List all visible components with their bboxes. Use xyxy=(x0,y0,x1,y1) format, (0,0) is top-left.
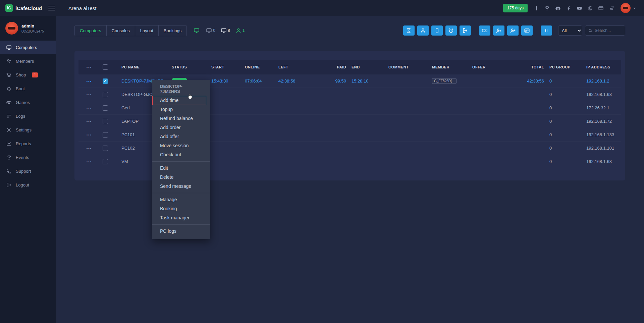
counter-value: 0 xyxy=(213,28,215,33)
sidebar-item-logout[interactable]: Logout xyxy=(0,178,56,192)
column-header-status[interactable]: STATUS xyxy=(169,65,209,69)
column-header-left[interactable]: LEFT xyxy=(276,65,316,69)
hourglass-button[interactable] xyxy=(403,25,415,36)
sidebar-item-members[interactable]: Members xyxy=(0,54,56,68)
pause-button[interactable] xyxy=(541,25,552,36)
sidebar-item-computers[interactable]: Computers xyxy=(0,41,56,54)
column-header-pc-group[interactable]: PC GROUP xyxy=(547,65,584,69)
user-button[interactable] xyxy=(417,25,429,36)
search-input[interactable] xyxy=(595,28,622,33)
menu-item-add-order[interactable]: Add order xyxy=(152,123,210,132)
pc-name-link[interactable]: DESKTOP-GJOD xyxy=(121,92,156,97)
trophy-icon[interactable] xyxy=(544,5,550,11)
hamburger-menu-icon[interactable] xyxy=(48,6,55,10)
counter: 1 xyxy=(235,28,245,34)
group-filter-select[interactable]: All xyxy=(558,25,582,36)
row-checkbox[interactable] xyxy=(103,105,108,111)
cash-button[interactable] xyxy=(479,25,490,36)
pc-name-link[interactable]: VM xyxy=(121,159,128,164)
column-header-paid[interactable]: PAID xyxy=(316,65,349,69)
reseller-icon[interactable] xyxy=(609,5,614,11)
sidebar-item-boot[interactable]: Boot xyxy=(0,82,56,96)
sidebar-item-support[interactable]: Support xyxy=(0,164,56,178)
pc-name-link[interactable]: LAPTOP xyxy=(121,119,139,124)
pc-name-link[interactable]: PC102 xyxy=(121,146,135,151)
row-checkbox[interactable] xyxy=(103,119,108,124)
billing-icon[interactable] xyxy=(598,5,604,11)
menu-item-task-manager[interactable]: Task manager xyxy=(152,213,210,222)
pc-name-link[interactable]: Geri xyxy=(121,105,130,110)
row-actions-button[interactable]: ••• xyxy=(87,79,92,83)
brand-name: iCafeCloud xyxy=(15,5,42,11)
row-actions-button[interactable]: ••• xyxy=(87,93,92,97)
user-move-button[interactable] xyxy=(507,25,519,36)
pc-name-link[interactable]: PC101 xyxy=(121,132,135,137)
boot-icon xyxy=(6,86,12,92)
search-icon xyxy=(588,28,593,33)
row-actions-button[interactable]: ••• xyxy=(87,160,92,164)
user-avatar-icon xyxy=(621,3,631,13)
menu-item-send-message[interactable]: Send message xyxy=(152,182,210,191)
checkout-button[interactable] xyxy=(460,25,471,36)
row-actions-button[interactable]: ••• xyxy=(87,147,92,150)
youtube-icon[interactable] xyxy=(577,5,582,11)
menu-item-move-session[interactable]: Move session xyxy=(152,141,210,150)
sidebar-item-events[interactable]: Events xyxy=(0,151,56,164)
column-header-online[interactable]: ONLINE xyxy=(242,65,276,69)
column-header-comment[interactable]: COMMENT xyxy=(386,65,429,69)
menu-item-manage[interactable]: Manage xyxy=(152,195,210,204)
sidebar-item-logs[interactable]: Logs xyxy=(0,109,56,123)
tab-computers[interactable]: Computers xyxy=(75,25,107,36)
tab-bookings[interactable]: Bookings xyxy=(159,25,186,36)
alarm-button[interactable] xyxy=(445,25,457,36)
row-checkbox[interactable] xyxy=(103,159,108,164)
menu-item-add-time[interactable]: Add time xyxy=(152,96,210,105)
row-actions-button[interactable]: ••• xyxy=(87,133,92,137)
sidebar-item-shop[interactable]: Shop1 xyxy=(0,68,56,82)
column-header-offer[interactable]: OFFER xyxy=(470,65,506,69)
row-checkbox[interactable] xyxy=(103,132,108,138)
column-header-pc-name[interactable]: PC NAME xyxy=(119,65,169,69)
menu-item-booking[interactable]: Booking xyxy=(152,204,210,213)
column-header-start[interactable]: START xyxy=(209,65,242,69)
row-actions-button[interactable]: ••• xyxy=(87,120,92,123)
select-all-checkbox[interactable] xyxy=(103,64,108,70)
menu-item-edit[interactable]: Edit xyxy=(152,164,210,173)
tab-layout[interactable]: Layout xyxy=(135,25,159,36)
row-checkbox[interactable] xyxy=(103,92,108,97)
menu-item-refund-balance[interactable]: Refund balance xyxy=(152,114,210,123)
facebook-icon[interactable] xyxy=(566,5,572,11)
column-header-member[interactable]: MEMBER xyxy=(429,65,470,69)
mobile-button[interactable] xyxy=(431,25,443,36)
id-card-button[interactable] xyxy=(521,25,533,36)
menu-item-check-out[interactable]: Check out xyxy=(152,150,210,159)
row-actions-button[interactable]: ••• xyxy=(87,106,92,110)
hourglass-icon xyxy=(406,28,412,34)
discord-icon[interactable] xyxy=(555,5,561,11)
user-plus-button[interactable] xyxy=(493,25,504,36)
menu-item-topup[interactable]: Topup xyxy=(152,105,210,114)
table-menu-button[interactable]: ••• xyxy=(87,65,92,69)
menu-item-delete[interactable]: Delete xyxy=(152,173,210,182)
sidebar-item-label: Shop xyxy=(16,72,26,77)
tab-consoles[interactable]: Consoles xyxy=(107,25,135,36)
brand[interactable]: iC iCafeCloud xyxy=(0,4,43,12)
menu-item-pc-logs[interactable]: PC logs xyxy=(152,227,210,236)
globe-icon[interactable] xyxy=(587,5,593,11)
user-icon xyxy=(420,28,426,34)
member-chip[interactable]: G_EF826D[... xyxy=(432,78,457,84)
column-header-total[interactable]: TOTAL xyxy=(506,65,547,69)
row-checkbox[interactable] xyxy=(103,146,108,151)
sidebar-item-settings[interactable]: Settings xyxy=(0,123,56,137)
row-checkbox[interactable] xyxy=(103,78,108,84)
account-menu[interactable] xyxy=(621,3,637,13)
sidebar-item-reports[interactable]: Reports xyxy=(0,137,56,151)
analytics-icon[interactable] xyxy=(534,5,539,11)
sidebar-item-games[interactable]: Games xyxy=(0,96,56,109)
cell-pc-group-value: 0 xyxy=(549,105,552,110)
column-header-ip-address[interactable]: IP ADDRESS xyxy=(584,65,621,69)
menu-item-add-offer[interactable]: Add offer xyxy=(152,132,210,141)
status-counters: 081 xyxy=(194,28,245,34)
sidebar-user[interactable]: admin 005193482475 xyxy=(0,16,56,41)
column-header-end[interactable]: END xyxy=(349,65,386,69)
